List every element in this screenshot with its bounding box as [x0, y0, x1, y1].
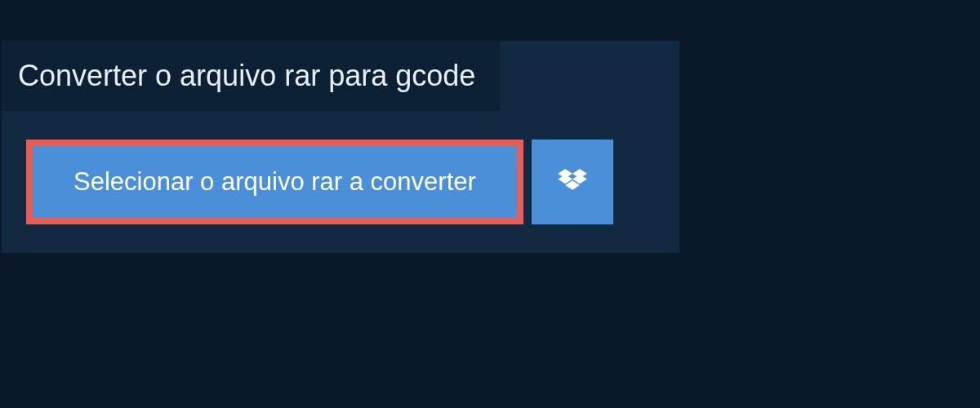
panel-title-tab: Converter o arquivo rar para gcode [2, 41, 500, 111]
panel-title: Converter o arquivo rar para gcode [18, 59, 475, 92]
select-file-button[interactable]: Selecionar o arquivo rar a converter [26, 140, 523, 224]
button-row: Selecionar o arquivo rar a converter [26, 140, 679, 224]
dropbox-icon [558, 169, 587, 195]
converter-panel: Converter o arquivo rar para gcode Selec… [2, 41, 679, 253]
select-file-button-label: Selecionar o arquivo rar a converter [74, 167, 476, 196]
dropbox-button[interactable] [532, 140, 613, 224]
